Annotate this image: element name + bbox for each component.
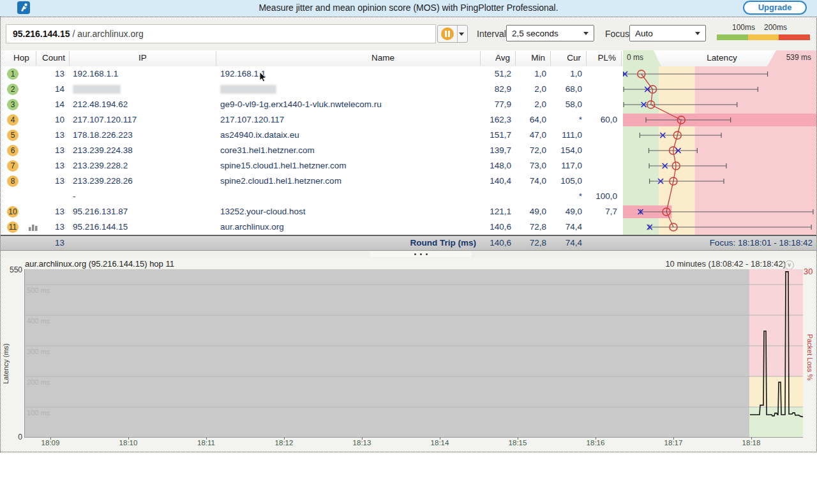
cell-count: 10	[38, 112, 64, 128]
summary-cur: 74,4	[544, 236, 582, 249]
target-input[interactable]: 95.216.144.15 / aur.archlinux.org	[6, 24, 436, 43]
cell-name: aur.archlinux.org	[220, 219, 284, 235]
cell-name: core31.hel1.hetzner.com	[220, 143, 315, 158]
cell-ip: 95.216.131.87	[73, 204, 128, 219]
latency-color-legend	[717, 34, 810, 40]
cell-avg: 139,7	[473, 143, 511, 158]
promo-banner: Measure jitter and mean opinion score (M…	[0, 0, 817, 17]
interval-label: Interval	[477, 29, 506, 39]
summary-count: 13	[38, 236, 64, 249]
x-tick-label: 18:13	[348, 439, 376, 447]
y-axis-max: 550	[4, 265, 22, 274]
cell-name: as24940.ix.dataix.eu	[220, 128, 299, 143]
cell-name: 13252.your-cloud.host	[220, 204, 306, 219]
cell-pl: 60,0	[579, 112, 617, 128]
cell-min: 74,0	[508, 174, 546, 189]
chevron-down-icon	[695, 32, 700, 35]
col-header-hop[interactable]: Hop	[13, 53, 29, 63]
packet-loss-max: 30	[804, 267, 813, 276]
cell-avg: 51,2	[473, 66, 511, 82]
cell-name: 217.107.120.117	[220, 112, 284, 128]
cell-count: 13	[38, 143, 64, 158]
x-tick-label: 18:16	[581, 439, 610, 447]
cell-cur: 117,0	[544, 158, 582, 174]
cell-ip: 178.18.226.223	[73, 128, 133, 143]
cell-ip: 192.168.1.1	[73, 66, 118, 82]
hop-badge: 6	[7, 145, 19, 156]
cell-count: 13	[38, 174, 64, 189]
cell-avg: 140,6	[473, 219, 511, 235]
hop-badge: 10	[7, 206, 19, 218]
cell-ip: 213.239.228.26	[73, 174, 133, 189]
focus-select[interactable]: Auto	[629, 25, 706, 41]
svg-text:300 ms: 300 ms	[27, 348, 50, 355]
cell-avg: 140,4	[473, 174, 511, 189]
col-header-latency[interactable]: Latency	[677, 53, 767, 63]
interval-value: 2,5 seconds	[512, 29, 558, 38]
timeline-section: aur.archlinux.org (95.216.144.15) hop 11…	[1, 258, 816, 452]
hop-badge: 4	[7, 114, 19, 126]
col-header-name[interactable]: Name	[369, 53, 397, 63]
cell-cur: *	[544, 189, 582, 204]
cell-cur: *	[544, 112, 582, 128]
hop-badge: 8	[7, 175, 19, 187]
timeline-range-label[interactable]: 10 minutes (18:08:42 - 18:18:42)	[665, 259, 786, 269]
cell-pl: 7,7	[579, 204, 617, 219]
chevron-down-icon	[583, 32, 588, 35]
col-header-count[interactable]: Count	[40, 53, 67, 63]
cell-min: 72,8	[508, 219, 546, 235]
cell-ip: 213.239.224.38	[73, 143, 133, 158]
cell-count: 13	[38, 219, 64, 235]
cell-min: 49,0	[508, 204, 546, 219]
svg-text:500 ms: 500 ms	[27, 286, 50, 294]
target-host: / aur.archlinux.org	[70, 29, 144, 39]
hop-badge: 5	[7, 130, 19, 141]
cell-ip: 212.48.194.62	[73, 97, 128, 112]
pause-button-group	[437, 25, 468, 43]
summary-label: Round Trip (ms)	[361, 236, 476, 249]
cell-cur: 68,0	[544, 82, 582, 97]
col-header-ip[interactable]: IP	[70, 53, 216, 63]
cell-avg: 151,7	[473, 128, 511, 143]
app-window: 95.216.144.15 / aur.archlinux.org Interv…	[0, 17, 817, 452]
legend-100ms-label: 100ms	[732, 23, 755, 32]
cell-min: 64,0	[508, 112, 546, 128]
svg-text:100 ms: 100 ms	[27, 409, 50, 417]
legend-yellow-segment	[748, 34, 779, 40]
cell-avg: 82,9	[473, 82, 511, 97]
cell-count: 13	[38, 66, 64, 82]
hop-badge: 7	[7, 160, 19, 172]
timeline-title: aur.archlinux.org (95.216.144.15) hop 11	[25, 259, 174, 269]
cell-ip: 95.216.144.15	[73, 219, 128, 235]
cell-cur: 154,0	[544, 143, 582, 158]
cell-min: 2,0	[508, 82, 546, 97]
redacted-ip	[73, 85, 121, 94]
cell-avg: 121,1	[473, 204, 511, 219]
x-tick-label: 18:12	[270, 439, 298, 447]
upgrade-button[interactable]: Upgrade	[743, 1, 807, 15]
cell-min: 72,0	[508, 143, 546, 158]
pause-button[interactable]	[441, 27, 454, 40]
cell-cur: 105,0	[544, 174, 582, 189]
round-trip-row[interactable]: 13 Round Trip (ms) 140,6 72,8 74,4 Focus…	[1, 235, 816, 251]
cell-count: 13	[38, 128, 64, 143]
splitter-handle[interactable]	[370, 251, 472, 257]
cell-count: 13	[38, 158, 64, 174]
cell-ip: -	[73, 189, 76, 204]
pause-dropdown-caret[interactable]	[459, 33, 464, 36]
x-tick-label: 18:11	[192, 439, 220, 447]
x-tick-label: 18:14	[426, 439, 454, 447]
hop-badge: 1	[7, 68, 19, 80]
timeline-plot[interactable]: 500 ms400 ms300 ms200 ms100 ms	[24, 269, 803, 438]
timeline-range-chevron-icon[interactable]: ∨	[784, 260, 794, 270]
x-tick-label: 18:15	[504, 439, 532, 447]
cell-name: spine2.cloud1.hel1.hetzner.com	[220, 174, 341, 189]
hop-badge: 2	[7, 84, 19, 95]
redacted-name	[220, 85, 276, 94]
interval-select[interactable]: 2,5 seconds	[506, 25, 594, 41]
cell-avg: 77,9	[473, 97, 511, 112]
hop-latency-graph[interactable]	[623, 66, 816, 235]
cell-count: 14	[38, 82, 64, 97]
summary-min: 72,8	[508, 236, 546, 249]
hop-badge: 3	[7, 99, 19, 110]
